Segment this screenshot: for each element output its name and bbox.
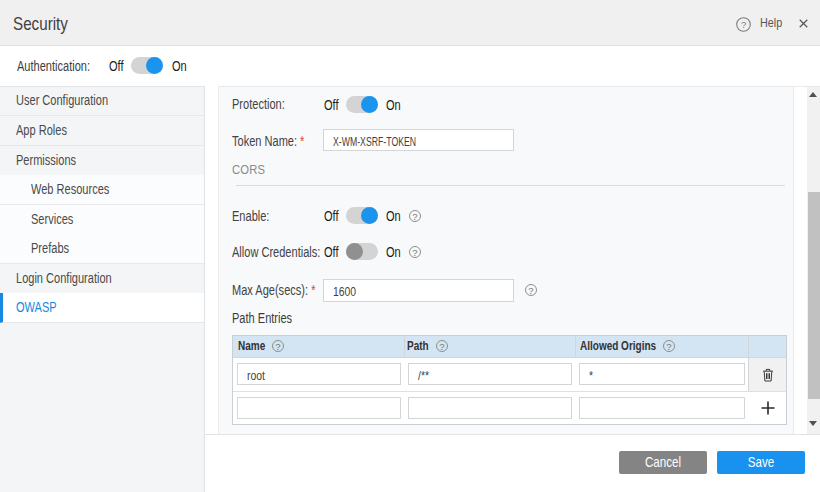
svg-text:?: ? — [741, 19, 746, 30]
